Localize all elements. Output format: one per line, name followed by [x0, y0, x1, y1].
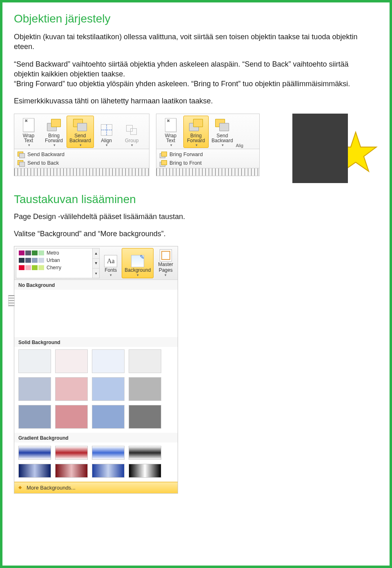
heading-background-add: Taustakuvan lisääminen: [14, 193, 378, 206]
solid-swatch[interactable]: [92, 377, 125, 401]
bring-forward-button[interactable]: Bring Forward▾: [41, 116, 67, 148]
more-backgrounds-button[interactable]: More Backgrounds...: [14, 482, 178, 493]
para-page-design: Page Design -välilehdeltä pääset lisäämä…: [14, 212, 369, 221]
scheme-row-metro[interactable]: Metro: [17, 249, 98, 257]
scheme-swatch: [32, 265, 38, 270]
wrap-text-button[interactable]: Wrap Text▾: [16, 116, 41, 148]
star-behind-box-example: [292, 114, 378, 183]
scheme-swatch: [32, 250, 38, 255]
gradient-swatch[interactable]: [92, 464, 125, 478]
solid-swatch[interactable]: [55, 377, 88, 401]
color-scheme-list[interactable]: MetroUrbanCherry ▲ ▼ ▾: [16, 248, 100, 278]
solid-background-section: [14, 347, 178, 433]
solid-swatch[interactable]: [55, 349, 88, 373]
ribbon-send-backward: Wrap Text▾ Bring Forward▾ Send Backward▾…: [14, 114, 149, 177]
para-bring-forward: “Bring Forward” tuo objektia ylöspäin yh…: [14, 80, 350, 88]
solid-swatch[interactable]: [92, 405, 125, 429]
scheme-label: Urban: [47, 257, 60, 263]
gradient-background-header: Gradient Background: [14, 433, 178, 443]
ribbon-bring-forward: Wrap Text▾ Bring Forward▾ Send Backward▾…: [156, 114, 260, 177]
scheme-row-cherry[interactable]: Cherry: [17, 264, 98, 271]
scheme-row-urban[interactable]: Urban: [17, 257, 98, 264]
fonts-button[interactable]: Aa Fonts▾: [101, 248, 120, 278]
para-send-bring: “Send Backward” vaihtoehto siirtää objek…: [14, 59, 369, 89]
bring-forward-dropdown: Bring Forward Bring to Front: [156, 149, 259, 168]
solid-swatch[interactable]: [18, 377, 51, 401]
scheme-label: Cherry: [47, 265, 61, 271]
master-pages-button[interactable]: Master Pages▾: [155, 248, 176, 278]
scroll-down-icon[interactable]: ▼: [93, 259, 99, 268]
solid-swatch[interactable]: [129, 349, 161, 373]
para-send-backward: “Send Backward” vaihtoehto siirtää objek…: [14, 60, 348, 78]
master-pages-icon: [160, 249, 172, 262]
bring-forward-button[interactable]: Bring Forward▾: [183, 116, 209, 148]
scheme-swatch: [25, 250, 31, 255]
gradient-swatch[interactable]: [129, 464, 161, 478]
gradient-swatch[interactable]: [55, 446, 88, 460]
menu-send-to-back[interactable]: Send to Back: [14, 159, 149, 167]
background-button[interactable]: Background▾: [122, 248, 154, 278]
para-intro: Objektin (kuvan tai tekstilaatikon) olle…: [14, 32, 369, 52]
background-icon: [131, 255, 144, 267]
scheme-swatch: [38, 258, 44, 263]
menu-send-backward[interactable]: Send Backward: [14, 150, 149, 159]
gradient-swatch[interactable]: [129, 446, 161, 460]
heading-object-ordering: Objektien järjestely: [14, 12, 378, 25]
ruler: [14, 168, 149, 176]
solid-swatch[interactable]: [55, 405, 88, 429]
send-backward-button[interactable]: Send Backward▾: [67, 116, 94, 148]
group-button[interactable]: Group▾: [119, 121, 145, 148]
no-background-header: No Background: [14, 280, 178, 290]
gradient-swatch[interactable]: [92, 446, 125, 460]
ruler: [156, 168, 259, 176]
scroll-more-icon[interactable]: ▾: [93, 268, 99, 278]
arrange-screenshots-row: Wrap Text▾ Bring Forward▾ Send Backward▾…: [14, 114, 378, 183]
scheme-swatch: [19, 250, 24, 255]
gradient-swatch[interactable]: [55, 464, 88, 478]
scheme-scroll[interactable]: ▲ ▼ ▾: [92, 248, 99, 278]
scheme-swatch: [25, 258, 31, 263]
fonts-icon: Aa: [104, 255, 117, 267]
scheme-swatch: [32, 258, 38, 263]
align-button-partial[interactable]: Alig: [236, 140, 243, 148]
wrap-text-button[interactable]: Wrap Text▾: [158, 116, 183, 148]
solid-swatch[interactable]: [18, 405, 51, 429]
align-button[interactable]: Align▾: [94, 121, 119, 148]
send-backward-dropdown: Send Backward Send to Back: [14, 149, 149, 168]
gradient-background-section: [14, 443, 178, 482]
scheme-swatch: [19, 265, 24, 270]
scheme-swatch: [38, 250, 44, 255]
menu-bring-forward[interactable]: Bring Forward: [156, 150, 259, 159]
para-choose-background: Valitse “Background” and “More backgroun…: [14, 229, 369, 239]
scheme-swatch: [25, 265, 31, 270]
ruler-vertical: [8, 295, 15, 306]
solid-background-header: Solid Background: [14, 337, 178, 347]
scroll-up-icon[interactable]: ▲: [93, 248, 99, 258]
scheme-swatch: [38, 265, 44, 270]
send-backward-button[interactable]: Send Backward▾: [209, 116, 236, 148]
solid-swatch[interactable]: [129, 377, 161, 401]
scheme-swatch: [19, 258, 24, 263]
page-design-panel: MetroUrbanCherry ▲ ▼ ▾ Aa Fonts▾ Backgro…: [14, 246, 178, 494]
no-background-section[interactable]: [14, 290, 178, 337]
solid-swatch[interactable]: [92, 349, 125, 373]
menu-bring-to-front[interactable]: Bring to Front: [156, 159, 259, 167]
scheme-label: Metro: [47, 250, 59, 256]
para-example: Esimerkkikuvassa tähti on lähetetty harm…: [14, 96, 369, 106]
solid-swatch[interactable]: [18, 349, 51, 373]
grey-box: [292, 114, 348, 183]
gradient-swatch[interactable]: [18, 446, 51, 460]
gradient-swatch[interactable]: [18, 464, 51, 478]
solid-swatch[interactable]: [129, 405, 161, 429]
